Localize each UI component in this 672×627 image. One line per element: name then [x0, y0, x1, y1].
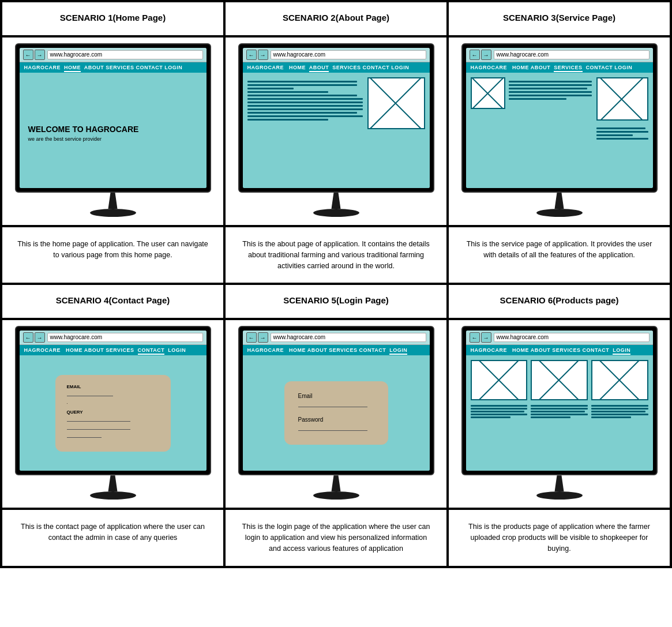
scenario1-browser-bar: ← → www.hagrocare.com: [20, 48, 207, 62]
service-text-lines-right: [596, 124, 648, 183]
forward-arrow-s5[interactable]: →: [258, 332, 268, 343]
text-line: [531, 411, 585, 412]
nav-login-active-s5[interactable]: LOGIN: [389, 347, 407, 355]
browser-arrows-s4: ← →: [23, 332, 45, 343]
scenario2-browser-bar: ← → www.hagrocare.com: [243, 48, 430, 62]
query-line2: [67, 424, 130, 430]
scenario5-title: SCENARIO 5(Login Page): [283, 292, 389, 309]
text-line: [509, 81, 592, 82]
forward-arrow[interactable]: →: [35, 50, 45, 60]
scenario4-content: EMAIL · QUERY: [20, 355, 207, 471]
scenario3-browser-bar: ← → www.hagrocare.com: [466, 48, 653, 62]
text-line: [247, 119, 328, 121]
scenario6-browser-bar: ← → www.hagrocare.com: [466, 331, 653, 345]
products-texts-row: [471, 405, 648, 418]
scenario3-screen: ← → www.hagrocare.com HAGROCARE HOME ABO…: [466, 48, 653, 188]
text-line: [531, 408, 588, 410]
url-bar-s6[interactable]: www.hagrocare.com: [494, 333, 650, 342]
forward-arrow-s2[interactable]: →: [258, 50, 268, 60]
text-line: [531, 405, 588, 407]
contact-form: EMAIL · QUERY: [55, 375, 171, 452]
scenario3-desc-cell: This is the service page of application.…: [448, 226, 671, 284]
scenario1-monitor-wrap: ← → www.hagrocare.com HAGROCARE HOME ABO…: [8, 43, 217, 217]
nav-home-active[interactable]: HOME: [64, 65, 81, 72]
text-line: [591, 414, 648, 415]
scenario6-monitor-wrap: ← → www.hagrocare.com HAGROCARE HOME ABO…: [455, 326, 664, 500]
service-right: [596, 77, 648, 183]
back-arrow-s3[interactable]: ←: [470, 50, 480, 60]
url-bar-s5[interactable]: www.hagrocare.com: [271, 333, 426, 342]
stand-neck-s3: [554, 193, 565, 209]
nav-services-active[interactable]: SERVICES: [554, 65, 582, 72]
text-line: [509, 88, 588, 89]
scenario2-nav: HAGROCARE HOME ABOUT SERVICES CONTACT LO…: [243, 62, 430, 73]
scenario1-monitor: ← → www.hagrocare.com HAGROCARE HOME ABO…: [15, 43, 211, 193]
browser-arrows-s2: ← →: [246, 50, 268, 60]
monitor-stand-s1: [90, 193, 136, 217]
email-field-line: [67, 391, 113, 396]
text-line: [471, 416, 510, 418]
scenario4-title: SCENARIO 4(Contact Page): [56, 292, 170, 309]
scenario1-desc: This is the home page of application. Th…: [8, 233, 217, 266]
back-arrow-s2[interactable]: ←: [246, 50, 257, 60]
stand-neck-s6: [554, 475, 565, 491]
stand-base-s3: [536, 209, 583, 217]
about-text-lines: [247, 77, 363, 183]
scenario5-screen: ← → www.hagrocare.com HAGROCARE HOME ABO…: [243, 331, 430, 471]
text-line: [509, 84, 592, 86]
home-title: WELCOME TO HAGROCARE: [28, 125, 198, 134]
text-line: [509, 95, 592, 96]
query-label: QUERY: [67, 410, 159, 415]
browser-arrows-s6: ← →: [470, 332, 491, 343]
forward-arrow-s4[interactable]: →: [35, 332, 45, 343]
url-bar-s3[interactable]: www.hagrocare.com: [494, 50, 650, 59]
back-arrow-s4[interactable]: ←: [23, 332, 33, 343]
scenario2-title-cell: SCENARIO 2(About Page): [224, 1, 448, 36]
nav-about-active[interactable]: ABOUT: [309, 65, 329, 72]
scenario5-desc-cell: This is the login page of the applicatio…: [224, 509, 448, 566]
login-password-line: [298, 424, 367, 431]
url-bar[interactable]: www.hagrocare.com: [47, 50, 203, 59]
back-arrow-s5[interactable]: ←: [246, 332, 257, 343]
scenario2-content: [243, 73, 430, 188]
text-line: [247, 105, 363, 107]
text-line: [247, 84, 357, 86]
scenario5-monitor: ← → www.hagrocare.com HAGROCARE HOME ABO…: [238, 326, 434, 475]
text-line: [247, 98, 363, 100]
login-email-label: Email: [298, 393, 374, 399]
scenario1-title: SCENARIO 1(Home Page): [60, 9, 166, 26]
query-line3: [67, 432, 102, 438]
forward-arrow-s3[interactable]: →: [481, 50, 491, 60]
scenario3-monitor-wrap: ← → www.hagrocare.com HAGROCARE HOME ABO…: [455, 43, 664, 217]
product-img-2: [531, 360, 588, 400]
nav-contact-active[interactable]: CONTACT: [138, 347, 165, 355]
scenario6-monitor: ← → www.hagrocare.com HAGROCARE HOME ABO…: [461, 326, 658, 475]
product-img-1: [471, 360, 528, 400]
scenario4-desc: This is the contact page of application …: [8, 516, 217, 549]
back-arrow-s6[interactable]: ←: [470, 332, 480, 343]
stand-neck-s4: [107, 475, 119, 491]
browser-arrows-s3: ← →: [470, 50, 491, 60]
scenario6-screen: ← → www.hagrocare.com HAGROCARE HOME ABO…: [466, 331, 653, 471]
back-arrow[interactable]: ←: [23, 50, 33, 60]
home-subtitle: we are the best service provider: [28, 136, 198, 142]
prod-text-col-2: [531, 405, 588, 418]
scenario3-content: [466, 73, 653, 188]
scenario5-title-cell: SCENARIO 5(Login Page): [224, 284, 448, 319]
text-line: [596, 127, 646, 129]
text-line: [531, 416, 570, 418]
url-bar-s2[interactable]: www.hagrocare.com: [271, 50, 426, 59]
scenario6-title: SCENARIO 6(Products page): [500, 292, 619, 309]
prod-text-col-3: [591, 405, 648, 418]
nav-login-active-s6[interactable]: LOGIN: [613, 347, 630, 355]
email-label: EMAIL: [67, 384, 159, 389]
text-line: [591, 416, 631, 418]
scenario4-browser-bar: ← → www.hagrocare.com: [20, 331, 207, 345]
forward-arrow-s6[interactable]: →: [481, 332, 491, 343]
url-bar-s4[interactable]: www.hagrocare.com: [47, 333, 203, 342]
stand-base-s6: [536, 491, 583, 500]
scenario5-desc: This is the login page of the applicatio…: [231, 516, 441, 560]
text-line: [596, 134, 633, 136]
stand-neck-s5: [331, 475, 342, 491]
scenario2-monitor-cell: ← → www.hagrocare.com HAGROCARE HOME ABO…: [224, 36, 448, 226]
